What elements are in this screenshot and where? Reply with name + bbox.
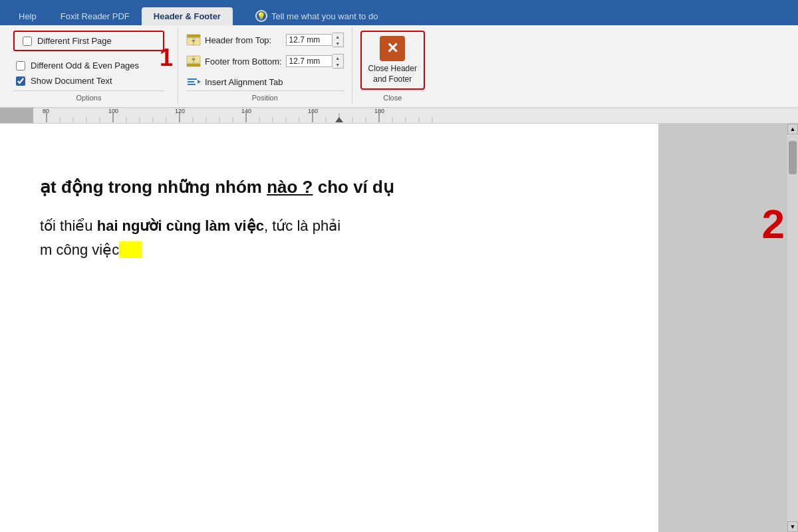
tab-bar: Help Foxit Reader PDF Header & Footer 💡 …	[0, 0, 798, 25]
ruler-container: 80 100 120	[0, 108, 798, 124]
tab-foxit[interactable]: Foxit Reader PDF	[49, 7, 142, 25]
insert-alignment-tab-row[interactable]: Insert Alignment Tab	[186, 73, 344, 90]
close-group-label: Close	[360, 90, 425, 102]
lightbulb-icon: 💡	[255, 10, 267, 22]
diff-odd-even-checkbox[interactable]	[16, 61, 25, 70]
svg-text:140: 140	[241, 108, 251, 114]
position-group-label: Position	[186, 90, 344, 102]
svg-rect-8	[188, 78, 197, 80]
doc-bold-text: hai người cùng làm việc	[97, 217, 264, 234]
doc-text-line2: tối thiểu hai người cùng làm việc, tức l…	[40, 217, 618, 235]
doc-text-line3: m công việc	[40, 241, 618, 259]
diff-first-page-checkbox[interactable]	[23, 37, 32, 46]
svg-text:80: 80	[43, 108, 49, 114]
svg-rect-9	[188, 81, 194, 82]
diff-first-page-highlight: Different First Page 1	[13, 31, 164, 51]
svg-text:120: 120	[175, 108, 185, 114]
footer-from-bottom-spinner: ▲ ▼	[332, 54, 344, 68]
ruler-marks-area: 80 100 120	[33, 108, 798, 123]
tab-header-footer[interactable]: Header & Footer	[142, 7, 233, 25]
svg-rect-5	[187, 64, 200, 66]
footer-from-bottom-row: Footer from Bottom: 12.7 mm ▲ ▼	[186, 52, 344, 70]
footer-from-bottom-input[interactable]: 12.7 mm	[286, 55, 332, 67]
tell-me-label: Tell me what you want to do	[271, 11, 378, 21]
header-from-top-row: Header from Top: 12.7 mm ▲ ▼	[186, 31, 344, 49]
tell-me-bar[interactable]: 💡 Tell me what you want to do	[246, 7, 387, 25]
document-area: ạt động trong những nhóm nào ? cho ví dụ…	[0, 124, 798, 532]
footer-from-bottom-input-group: 12.7 mm ▲ ▼	[286, 54, 344, 68]
ruler-svg: 80 100 120	[33, 108, 798, 123]
tab-help[interactable]: Help	[7, 7, 49, 25]
diff-odd-even-label: Different Odd & Even Pages	[31, 61, 139, 70]
svg-marker-11	[198, 80, 201, 84]
scrollbar-up-button[interactable]: ▲	[787, 124, 798, 134]
ruler: 80 100 120	[0, 108, 798, 124]
scrollbar-thumb	[789, 141, 797, 174]
document-page: ạt động trong những nhóm nào ? cho ví dụ…	[0, 124, 658, 532]
right-scrollbar[interactable]: ▲ ▼	[787, 124, 798, 532]
header-from-top-input-group: 12.7 mm ▲ ▼	[286, 33, 344, 47]
close-header-footer-button[interactable]: ✕ Close Header and Footer	[360, 31, 425, 90]
annotation-1: 1	[160, 46, 173, 70]
diff-first-page-label: Different First Page	[37, 36, 112, 46]
diff-odd-even-item[interactable]: Different Odd & Even Pages	[13, 59, 164, 72]
svg-rect-0	[187, 35, 200, 37]
options-items: Different First Page 1 Different Odd & E…	[13, 31, 164, 90]
app-window: Help Foxit Reader PDF Header & Footer 💡 …	[0, 0, 798, 532]
show-doc-text-label: Show Document Text	[31, 76, 112, 86]
options-group: Different First Page 1 Different Odd & E…	[5, 28, 178, 104]
options-group-label: Options	[13, 90, 164, 102]
footer-from-bottom-up[interactable]: ▲	[332, 55, 343, 61]
footer-bottom-icon	[186, 55, 201, 67]
header-from-top-up[interactable]: ▲	[332, 33, 343, 40]
header-from-top-label: Header from Top:	[205, 35, 282, 45]
svg-rect-10	[188, 84, 196, 85]
scrollbar-down-button[interactable]: ▼	[787, 521, 798, 532]
svg-text:100: 100	[108, 108, 118, 114]
header-from-top-spinner: ▲ ▼	[332, 33, 344, 47]
close-btn-label: Close Header and Footer	[368, 64, 417, 84]
close-x-icon: ✕	[380, 36, 405, 61]
show-doc-text-checkbox[interactable]	[16, 76, 25, 86]
annotation-2: 2	[762, 203, 785, 245]
svg-text:160: 160	[308, 108, 318, 114]
main-area: ạt động trong những nhóm nào ? cho ví dụ…	[0, 124, 798, 532]
footer-from-bottom-label: Footer from Bottom:	[205, 57, 282, 66]
show-doc-text-item[interactable]: Show Document Text	[13, 74, 164, 87]
svg-text:180: 180	[374, 108, 384, 114]
footer-from-bottom-value: 12.7 mm	[289, 57, 321, 66]
diff-first-page-item[interactable]: Different First Page	[20, 35, 158, 47]
footer-from-bottom-down[interactable]: ▼	[332, 61, 343, 68]
insert-alignment-tab-label: Insert Alignment Tab	[205, 77, 283, 87]
header-from-top-value: 12.7 mm	[289, 35, 321, 45]
header-from-top-down[interactable]: ▼	[332, 40, 343, 47]
insert-align-icon	[186, 76, 201, 88]
position-group: Header from Top: 12.7 mm ▲ ▼	[178, 28, 352, 104]
yellow-highlight	[119, 241, 142, 258]
ribbon-container: Help Foxit Reader PDF Header & Footer 💡 …	[0, 0, 798, 108]
doc-text-line1: ạt động trong những nhóm nào ? cho ví dụ	[40, 177, 618, 198]
position-items: Header from Top: 12.7 mm ▲ ▼	[186, 31, 344, 90]
header-from-top-input[interactable]: 12.7 mm	[286, 34, 332, 46]
close-group: ✕ Close Header and Footer Close	[352, 28, 433, 104]
header-top-icon	[186, 34, 201, 46]
doc-underline-text: nào ?	[267, 177, 313, 197]
ribbon-content: Different First Page 1 Different Odd & E…	[0, 25, 798, 108]
